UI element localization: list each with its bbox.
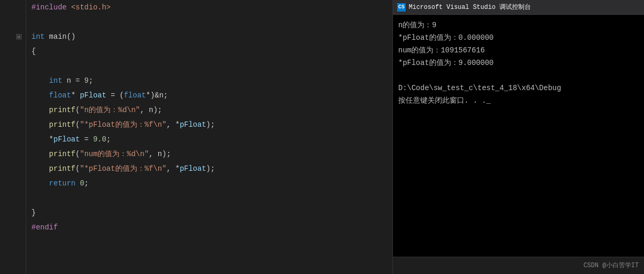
gutter-line — [0, 15, 21, 29]
code-token: return — [49, 176, 75, 191]
collapse-button[interactable]: ⊟ — [16, 34, 21, 39]
code-line: printf("n的值为：%d\n", n); — [31, 103, 392, 117]
console-titlebar: CS Microsoft Visual Studio 调试控制台 — [393, 0, 644, 15]
code-line: #endif — [31, 220, 392, 235]
console-output: n的值为：9 *pFloat的值为：0.000000 num的值为：109156… — [393, 15, 644, 257]
code-token: ; — [89, 73, 93, 88]
line-gutter: ⊟ — [0, 0, 26, 274]
code-token — [31, 103, 49, 117]
gutter-line — [0, 132, 21, 147]
gutter-line — [0, 147, 21, 161]
code-token: * — [31, 132, 53, 147]
code-token: , * — [167, 117, 180, 132]
code-token: , * — [167, 161, 180, 176]
code-token — [31, 88, 49, 103]
code-line: } — [31, 205, 392, 220]
gutter-line — [0, 205, 21, 220]
console-panel: CS Microsoft Visual Studio 调试控制台 n的值为：9 … — [393, 0, 644, 274]
code-token — [31, 117, 49, 132]
code-token: ( — [75, 117, 80, 132]
code-token: <stdio.h> — [71, 0, 111, 15]
code-token: * — [71, 88, 80, 103]
code-line — [31, 59, 392, 73]
gutter-line — [0, 117, 21, 132]
code-token: ( — [75, 161, 80, 176]
code-token: n = — [62, 73, 84, 88]
gutter-line — [0, 0, 21, 15]
code-token: *)&n; — [146, 88, 168, 103]
code-token: #include — [31, 0, 71, 15]
code-editor: ⊟ #include <stdio.h> int ma — [0, 0, 393, 274]
console-line — [398, 69, 639, 82]
console-line: 按任意键关闭此窗口. . ._ — [398, 94, 639, 107]
code-line: printf("*pFloat的值为：%f\n", *pFloat); — [31, 117, 392, 132]
vs-icon: CS — [397, 3, 406, 12]
gutter-line — [0, 59, 21, 73]
code-content: #include <stdio.h> int main() { int n = … — [26, 0, 392, 274]
code-token: pFloat — [180, 161, 206, 176]
console-line: *pFloat的值为：9.000000 — [398, 57, 639, 69]
code-token: { — [31, 44, 36, 59]
code-token: pFloat — [180, 117, 206, 132]
code-token: pFloat — [80, 88, 106, 103]
code-line: float* pFloat = (float*)&n; — [31, 88, 392, 103]
code-line: printf("num的值为：%d\n", n); — [31, 147, 392, 161]
code-token — [31, 73, 49, 88]
code-token: printf — [49, 147, 75, 161]
code-token — [31, 176, 49, 191]
code-token: main() — [45, 29, 75, 44]
gutter-line: ⊟ — [0, 29, 21, 44]
code-line: #include <stdio.h> — [31, 0, 392, 15]
console-line: *pFloat的值为：0.000000 — [398, 31, 639, 44]
code-token: = ( — [106, 88, 124, 103]
console-footer: CSDN @小白苦学IT — [393, 257, 644, 274]
gutter-line — [0, 161, 21, 176]
code-token: float — [49, 88, 71, 103]
code-token: printf — [49, 161, 75, 176]
code-token — [31, 147, 49, 161]
code-token: 9 — [84, 73, 89, 88]
console-line: n的值为：9 — [398, 19, 639, 31]
gutter-line — [0, 220, 21, 235]
gutter-line — [0, 103, 21, 117]
code-token: ); — [206, 117, 215, 132]
code-token: ( — [75, 103, 80, 117]
code-token: ); — [206, 161, 215, 176]
code-line: return 0; — [31, 176, 392, 191]
code-line: printf("*pFloat的值为：%f\n", *pFloat); — [31, 161, 392, 176]
gutter-line — [0, 191, 21, 205]
code-token: = — [80, 132, 93, 147]
code-token: , n); — [140, 103, 162, 117]
footer-text: CSDN @小白苦学IT — [583, 262, 639, 269]
code-token: #endif — [31, 220, 58, 235]
gutter-line — [0, 73, 21, 88]
code-token: "num的值为：%d\n" — [80, 147, 149, 161]
code-token: 0 — [80, 176, 84, 191]
gutter-line — [0, 44, 21, 59]
code-line: int main() — [31, 29, 392, 44]
code-token: ( — [75, 147, 80, 161]
gutter-line — [0, 176, 21, 191]
code-line: { — [31, 44, 392, 59]
gutter-line — [0, 88, 21, 103]
console-line: num的值为：1091567616 — [398, 44, 639, 57]
code-line: *pFloat = 9.0; — [31, 132, 392, 147]
code-line — [31, 15, 392, 29]
code-token: int — [49, 73, 62, 88]
code-token: printf — [49, 117, 75, 132]
code-token: } — [31, 205, 36, 220]
code-token: ; — [84, 176, 89, 191]
code-line: int n = 9; — [31, 73, 392, 88]
console-line: D:\Code\sw_test_c\test_4_18\x64\Debug — [398, 82, 639, 94]
code-token: "*pFloat的值为：%f\n" — [80, 117, 166, 132]
console-title: Microsoft Visual Studio 调试控制台 — [409, 1, 531, 14]
code-token: int — [31, 29, 45, 44]
code-token: ; — [106, 132, 111, 147]
code-token: printf — [49, 103, 75, 117]
code-token: 9.0 — [93, 132, 106, 147]
code-line — [31, 191, 392, 205]
code-token: "n的值为：%d\n" — [80, 103, 140, 117]
code-token — [75, 176, 80, 191]
code-token: "*pFloat的值为：%f\n" — [80, 161, 166, 176]
code-token: float — [124, 88, 146, 103]
